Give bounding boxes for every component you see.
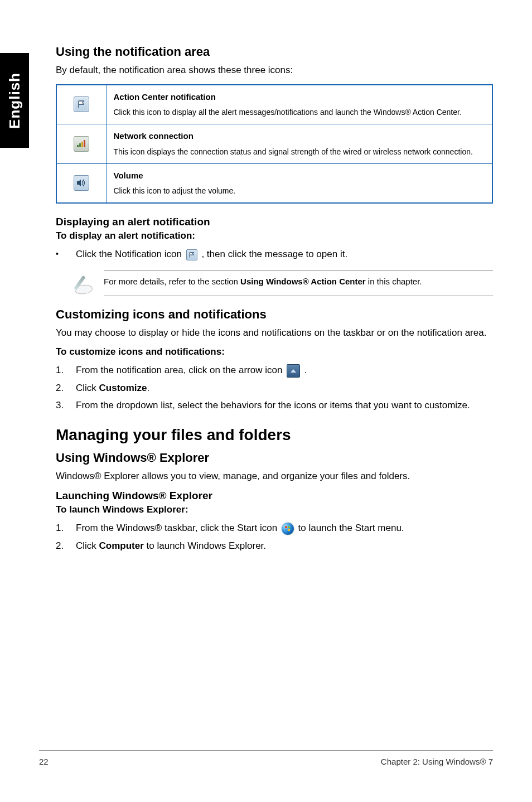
notification-icons-table: Action Center notification Click this ic… bbox=[56, 84, 493, 204]
row-title-volume: Volume bbox=[114, 170, 486, 182]
cell-icon-volume bbox=[56, 163, 107, 203]
step-3-text: From the dropdown list, select the behav… bbox=[76, 398, 470, 413]
launch-num-2: 2. bbox=[56, 539, 76, 553]
cell-text-volume: Volume Click this icon to adjust the vol… bbox=[107, 163, 492, 203]
bullet-click-notification: • Click the Notification icon , then cli… bbox=[56, 247, 493, 262]
network-icon bbox=[74, 136, 89, 152]
svg-rect-2 bbox=[81, 142, 83, 147]
step-2-text: Click Customize. bbox=[76, 381, 149, 395]
language-tab: English bbox=[0, 53, 29, 148]
svg-rect-3 bbox=[84, 140, 85, 147]
svg-rect-7 bbox=[288, 529, 290, 531]
cell-icon-action-center bbox=[56, 85, 107, 124]
note-box: For more details, refer to the section U… bbox=[72, 270, 493, 296]
step-num-1: 1. bbox=[56, 363, 76, 378]
heading-using-explorer: Using Windows® Explorer bbox=[56, 451, 493, 465]
heading-customizing: Customizing icons and notifications bbox=[56, 307, 493, 322]
heading-display-alert: Displaying an alert notification bbox=[56, 216, 493, 228]
launch-step-1-text: From the Windows® taskbar, click the Sta… bbox=[76, 521, 404, 535]
launch-num-1: 1. bbox=[56, 521, 76, 535]
paragraph-customizing: You may choose to display or hide the ic… bbox=[56, 326, 493, 340]
paragraph-notification-intro: By default, the notification area shows … bbox=[56, 64, 493, 78]
heading-launch-explorer: Launching Windows® Explorer bbox=[56, 490, 493, 502]
footer-divider bbox=[39, 750, 493, 751]
step-2-customize: 2. Click Customize. bbox=[56, 381, 493, 395]
cell-text-action-center: Action Center notification Click this ic… bbox=[107, 85, 492, 124]
chapter-label: Chapter 2: Using Windows® 7 bbox=[381, 757, 493, 766]
subhead-display-alert: To display an alert notification: bbox=[56, 230, 493, 241]
subhead-launch-explorer: To launch Windows Explorer: bbox=[56, 504, 493, 515]
cell-icon-network bbox=[56, 124, 107, 164]
cell-text-network: Network connection This icon displays th… bbox=[107, 124, 492, 164]
svg-rect-1 bbox=[79, 143, 81, 147]
svg-rect-0 bbox=[77, 145, 79, 147]
svg-rect-5 bbox=[288, 526, 290, 528]
page-footer: 22 Chapter 2: Using Windows® 7 bbox=[39, 753, 493, 766]
arrow-icon bbox=[287, 364, 300, 378]
subhead-customize: To customize icons and notifications: bbox=[56, 346, 493, 357]
heading-managing-files: Managing your files and folders bbox=[56, 426, 493, 444]
heading-notification-area: Using the notification area bbox=[56, 45, 493, 59]
paragraph-using-explorer: Windows® Explorer allows you to view, ma… bbox=[56, 470, 493, 484]
bullet-mark: • bbox=[56, 248, 76, 260]
row-body-network: This icon displays the connection status… bbox=[114, 147, 473, 156]
page-number: 22 bbox=[39, 757, 49, 766]
svg-rect-4 bbox=[285, 526, 287, 528]
row-body-action-center: Click this icon to display all the alert… bbox=[114, 108, 462, 117]
step-3-customize: 3. From the dropdown list, select the be… bbox=[56, 398, 493, 413]
row-title-action-center: Action Center notification bbox=[114, 91, 486, 104]
launch-step-1: 1. From the Windows® taskbar, click the … bbox=[56, 521, 493, 535]
svg-rect-6 bbox=[285, 529, 287, 531]
note-pencil-icon bbox=[72, 270, 104, 296]
volume-icon bbox=[74, 175, 89, 191]
bullet-text: Click the Notification icon , then click… bbox=[76, 247, 347, 262]
start-icon bbox=[282, 523, 294, 535]
step-num-2: 2. bbox=[56, 381, 76, 395]
step-1-customize: 1. From the notification area, click on … bbox=[56, 363, 493, 378]
row-body-volume: Click this icon to adjust the volume. bbox=[114, 186, 236, 195]
step-num-3: 3. bbox=[56, 398, 76, 413]
row-title-network: Network connection bbox=[114, 130, 486, 143]
action-center-icon bbox=[74, 96, 89, 112]
launch-step-2: 2. Click Computer to launch Windows Expl… bbox=[56, 539, 493, 553]
launch-step-2-text: Click Computer to launch Windows Explore… bbox=[76, 539, 266, 553]
language-label: English bbox=[6, 73, 23, 129]
step-1-text: From the notification area, click on the… bbox=[76, 363, 307, 378]
notification-icon-inline bbox=[186, 249, 197, 260]
note-body: For more details, refer to the section U… bbox=[104, 270, 493, 296]
